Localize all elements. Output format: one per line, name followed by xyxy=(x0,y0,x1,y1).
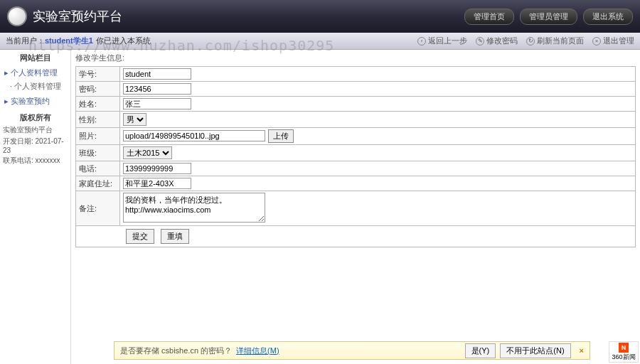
student-form: 学号: 密码: 姓名: 性别:男女 照片:上传 班级:土木2015 电话: 家庭… xyxy=(75,66,636,247)
name-input[interactable] xyxy=(123,98,191,109)
back-icon: ‹ xyxy=(417,37,426,46)
bak-label: 备注: xyxy=(76,191,120,226)
news-label: 360新闻 xyxy=(609,353,638,362)
sex-label: 性别: xyxy=(76,112,120,128)
submit-button[interactable]: 提交 xyxy=(126,229,154,244)
header-buttons: 管理首页 管理员管理 退出系统 xyxy=(464,9,633,25)
refresh-link[interactable]: ↻刷新当前页面 xyxy=(526,36,584,46)
pw-bar-more-link[interactable]: 详细信息(M) xyxy=(236,346,279,356)
nav-logout-button[interactable]: 退出系统 xyxy=(583,9,633,25)
sidebar-item-profile[interactable]: ▸ 个人资料管理 xyxy=(1,66,69,80)
sno-label: 学号: xyxy=(76,67,120,82)
tel-label: 电话: xyxy=(76,161,120,176)
back-link[interactable]: ‹返回上一步 xyxy=(417,36,467,46)
dev-date: 开发日期: 2021-07-23 xyxy=(1,136,69,155)
copyright-name: 实验室预约平台 xyxy=(1,124,69,136)
exit-icon: × xyxy=(592,37,601,46)
sidebar-item-reserve[interactable]: ▸ 实验室预约 xyxy=(1,95,69,108)
sidebar: 网站栏目 ▸ 个人资料管理 · 个人资料管理 ▸ 实验室预约 版权所有 实验室预… xyxy=(0,50,71,364)
pw-save-button[interactable]: 是(Y) xyxy=(465,343,496,358)
sub-header: 当前用户： student学生1 你已进入本系统 ‹返回上一步 ✎修改密码 ↻刷… xyxy=(0,33,640,50)
app-title: 实验室预约平台 xyxy=(33,8,122,25)
current-user-prefix: 当前用户： xyxy=(6,36,45,46)
current-user: student学生1 xyxy=(45,36,93,46)
upload-button[interactable]: 上传 xyxy=(268,129,294,143)
refresh-icon: ↻ xyxy=(526,37,535,46)
pw-bar-text: 是否要存储 csbishe.cn 的密码？ xyxy=(120,346,232,356)
tel-input[interactable] xyxy=(123,163,191,174)
news-badge-icon: N xyxy=(619,343,629,353)
class-select[interactable]: 土木2015 xyxy=(123,146,172,159)
sidebar-item-profile-child[interactable]: · 个人资料管理 xyxy=(1,80,69,93)
nav-admin-button[interactable]: 管理员管理 xyxy=(520,9,577,25)
sno-input[interactable] xyxy=(123,68,191,80)
addr-input[interactable] xyxy=(123,178,191,189)
main: 网站栏目 ▸ 个人资料管理 · 个人资料管理 ▸ 实验室预约 版权所有 实验室预… xyxy=(0,50,640,364)
logo: 实验室预约平台 xyxy=(7,6,122,26)
content: 修改学生信息: 学号: 密码: 姓名: 性别:男女 照片:上传 班级:土木201… xyxy=(71,50,640,364)
photo-label: 照片: xyxy=(76,128,120,145)
contact-phone: 联系电话: xxxxxxx xyxy=(1,155,69,166)
photo-input[interactable] xyxy=(123,130,265,141)
change-pw-link[interactable]: ✎修改密码 xyxy=(476,36,518,46)
pwd-input[interactable] xyxy=(123,83,191,95)
key-icon: ✎ xyxy=(476,37,484,46)
sex-select[interactable]: 男女 xyxy=(123,113,146,126)
app-header: 实验室预约平台 管理首页 管理员管理 退出系统 xyxy=(0,0,640,33)
news-widget[interactable]: N 360新闻 xyxy=(609,341,639,363)
logo-icon xyxy=(7,6,27,26)
login-mode: 你已进入本系统 xyxy=(96,36,151,46)
sidebar-title: 网站栏目 xyxy=(1,53,69,63)
sidebar-info-title: 版权所有 xyxy=(1,112,69,123)
password-save-bar: 是否要存储 csbishe.cn 的密码？ 详细信息(M) 是(Y) 不用于此站… xyxy=(114,341,590,360)
addr-label: 家庭住址: xyxy=(76,176,120,191)
subheader-links: ‹返回上一步 ✎修改密码 ↻刷新当前页面 ×退出管理 xyxy=(417,36,634,46)
exit-link[interactable]: ×退出管理 xyxy=(592,36,634,46)
nav-home-button[interactable]: 管理首页 xyxy=(464,9,514,25)
bak-textarea[interactable]: 我的资料，当年作的没想过。 http://www.xiaocims.com xyxy=(123,193,265,223)
class-label: 班级: xyxy=(76,145,120,161)
pw-close-icon[interactable]: × xyxy=(580,346,584,355)
panel-title: 修改学生信息: xyxy=(75,53,636,63)
pwd-label: 密码: xyxy=(76,82,120,97)
pw-not-button[interactable]: 不用于此站点(N) xyxy=(500,343,570,358)
name-label: 姓名: xyxy=(76,97,120,112)
reset-button[interactable]: 重填 xyxy=(161,229,189,244)
